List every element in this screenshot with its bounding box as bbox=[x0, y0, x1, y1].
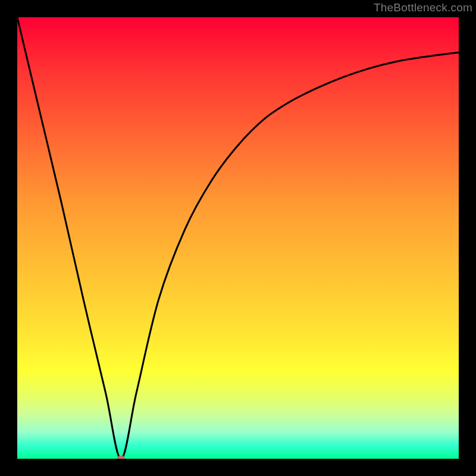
watermark-text: TheBottleneck.com bbox=[374, 1, 472, 14]
plot-area bbox=[17, 17, 459, 459]
chart-frame: TheBottleneck.com bbox=[0, 0, 476, 476]
